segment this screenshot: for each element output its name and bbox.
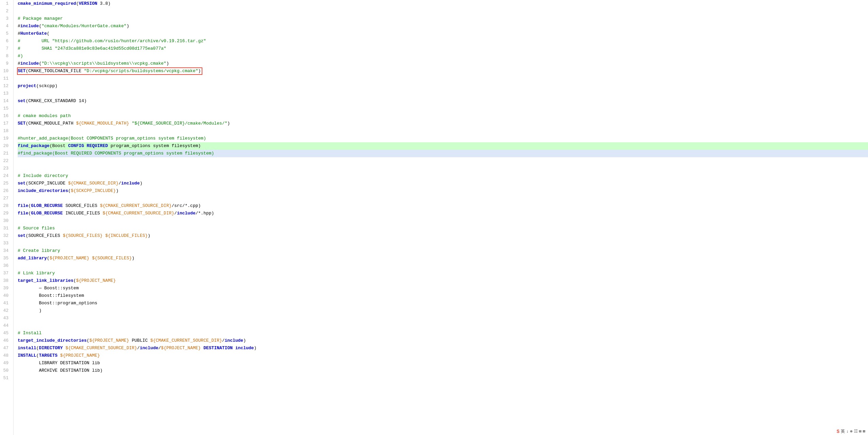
line-number-22: 22 [0, 157, 11, 165]
line-number-43: 43 [0, 315, 11, 322]
token: # [18, 31, 20, 36]
token: include [121, 181, 140, 186]
token: add_library [18, 256, 47, 261]
code-line-22 [18, 157, 868, 165]
line-number-39: 39 [0, 285, 11, 292]
token: ( [28, 203, 31, 208]
token: file [18, 203, 28, 208]
token: # Install [18, 331, 41, 336]
line-number-27: 27 [0, 195, 11, 202]
line-number-15: 15 [0, 105, 11, 112]
token: SET [18, 121, 26, 126]
code-line-24: # Include directory [18, 172, 868, 180]
token: # [18, 23, 20, 29]
token: / [222, 338, 225, 343]
token: ${SOURCE_FILES} [92, 256, 132, 261]
token [57, 353, 60, 358]
token: — Boost::system [18, 286, 79, 291]
code-content[interactable]: cmake_minimum_required(VERSION 3.8) # Pa… [14, 0, 868, 435]
token: ${PROJECT_NAME} [50, 256, 89, 261]
status-icon3: ☷ [854, 429, 858, 434]
token: ) [116, 188, 119, 193]
token: ) [243, 338, 246, 343]
code-line-5: #HunterGate( [18, 30, 868, 37]
token: Boost::filesystem [18, 293, 84, 298]
line-number-23: 23 [0, 165, 11, 172]
token: ) [198, 68, 201, 74]
line-number-48: 48 [0, 352, 11, 359]
token: "D:\\vcpkg\\scripts\\buildsystems\\vcpkg… [41, 61, 166, 66]
token: ( [73, 278, 76, 283]
token: ${PROJECT_NAME} [60, 353, 100, 358]
line-number-11: 11 [0, 75, 11, 82]
line-number-33: 33 [0, 240, 11, 247]
code-line-49: LIBRARY DESTINATION lib [18, 359, 868, 367]
code-line-17: SET(CMAKE_MODULE_PATH ${CMAKE_MODULE_PAT… [18, 120, 868, 127]
token: SET [18, 68, 26, 74]
code-line-43 [18, 315, 868, 322]
code-line-30 [18, 217, 868, 225]
token: file [18, 211, 28, 216]
token: "cmake/Modules/HunterGate.cmake" [41, 23, 127, 29]
token: / [174, 211, 177, 216]
line-number-40: 40 [0, 292, 11, 300]
token: LIBRARY DESTINATION lib [18, 360, 100, 366]
line-number-51: 51 [0, 374, 11, 382]
code-line-51 [18, 374, 868, 382]
line-number-6: 6 [0, 37, 11, 45]
code-line-29: file(GLOB_RECURSE INCLUDE_FILES ${CMAKE_… [18, 210, 868, 217]
token: ) [132, 256, 135, 261]
line-number-10: 10 [0, 67, 11, 75]
line-number-38: 38 [0, 277, 11, 285]
code-line-3: # Package manager [18, 15, 868, 22]
code-line-28: file(GLOB_RECURSE SOURCE_FILES ${CMAKE_C… [18, 202, 868, 210]
token: #find_package(Boost REQUIRED COMPONENTS … [18, 151, 214, 156]
line-number-13: 13 [0, 90, 11, 97]
line-number-24: 24 [0, 172, 11, 180]
token: # Package manager [18, 16, 63, 21]
token: ${INCLUDE_FILES} [105, 233, 148, 238]
token: target_link_libraries [18, 278, 73, 283]
code-line-46: target_include_directories(${PROJECT_NAM… [18, 337, 868, 344]
token: include [20, 61, 39, 66]
line-number-50: 50 [0, 367, 11, 374]
token: VERSION [79, 1, 97, 6]
token: /*.hpp) [196, 211, 214, 216]
token: ) [227, 121, 230, 126]
token: ( [28, 211, 31, 216]
statusbar: S 英 ↓ ⊕ ☷ ⊞ ⊠ [834, 428, 868, 435]
token: "D:/vcpkg/scripts/buildsystems/vcpkg.cma… [84, 68, 198, 74]
code-line-36 [18, 262, 868, 270]
code-line-50: ARCHIVE DESTINATION lib) [18, 367, 868, 374]
code-line-35: add_library(${PROJECT_NAME} ${SOURCE_FIL… [18, 255, 868, 262]
code-line-23 [18, 165, 868, 172]
token: (SOURCE_FILES [26, 233, 63, 238]
line-number-30: 30 [0, 217, 11, 225]
token: ${PROJECT_NAME} [89, 338, 129, 343]
token: SOURCE_FILES [63, 203, 100, 208]
code-line-8: #) [18, 52, 868, 60]
token: # Include directory [18, 173, 68, 178]
token: set [18, 233, 26, 238]
token: "${CMAKE_SOURCE_DIR}/cmake/Modules/" [132, 121, 227, 126]
token: ( [47, 256, 50, 261]
token: ${PROJECT_NAME} [76, 278, 116, 283]
code-line-19: #hunter_add_package(Boost COMPONENTS pro… [18, 135, 868, 142]
code-line-27 [18, 195, 868, 202]
token: (sckcpp) [36, 83, 57, 88]
token: install [18, 345, 36, 351]
code-line-10: SET(CMAKE_TOOLCHAIN_FILE "D:/vcpkg/scrip… [18, 67, 868, 75]
token: DESTINATION [203, 345, 233, 351]
token: ${PROJECT_NAME} [161, 345, 201, 351]
token: (CMAKE_CXX_STANDARD 14) [26, 98, 86, 103]
code-line-4: #include("cmake/Modules/HunterGate.cmake… [18, 22, 868, 30]
line-number-29: 29 [0, 210, 11, 217]
token: # URL "https://github.com/ruslo/hunter/a… [18, 38, 206, 44]
token: # Source files [18, 226, 55, 231]
token: #) [18, 53, 23, 59]
token: ) [166, 61, 169, 66]
token: 3.8) [97, 1, 111, 6]
code-line-6: # URL "https://github.com/ruslo/hunter/a… [18, 37, 868, 45]
token: # cmake modules path [18, 113, 71, 118]
token: ${SOURCE_FILES} [63, 233, 103, 238]
